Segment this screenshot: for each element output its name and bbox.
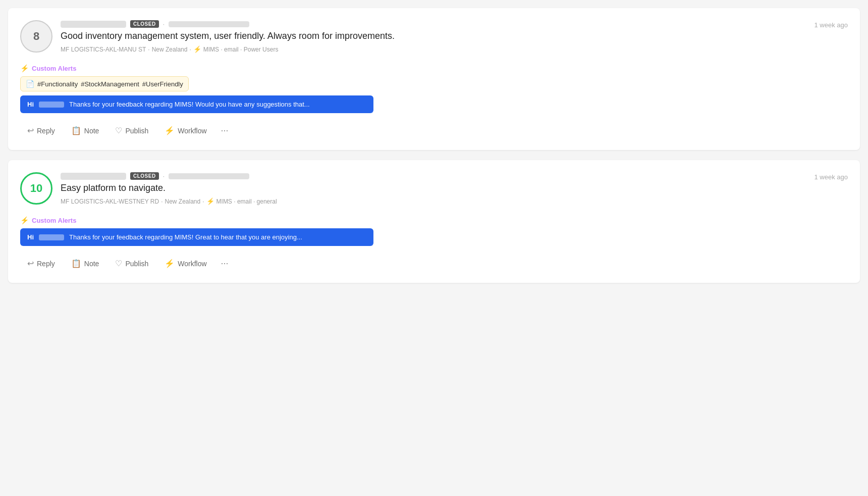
- publish-icon-2: ♡: [115, 259, 122, 268]
- note-button-1[interactable]: 📋 Note: [64, 122, 106, 139]
- custom-alerts-text-1: Custom Alerts: [32, 65, 76, 72]
- alert-icon-1: ⚡: [20, 64, 29, 72]
- feedback-card-2: 10 CLOSED · Easy platform to navigate. M…: [8, 160, 860, 283]
- preview-text-2: Thanks for your feedback regarding MIMS!…: [69, 233, 302, 241]
- more-button-1[interactable]: ···: [216, 121, 234, 140]
- workflow-icon-1: ⚡: [165, 126, 175, 135]
- meta-row-2: CLOSED ·: [61, 172, 277, 180]
- tag-3: #UserFriendly: [142, 80, 183, 88]
- timestamp-2: 1 week ago: [815, 172, 848, 181]
- separator-1: ·: [148, 46, 149, 53]
- org-name-1: MF LOGISTICS-AKL-MANU ST: [61, 46, 146, 53]
- custom-alerts-2: ⚡ Custom Alerts: [20, 216, 848, 224]
- status-badge-2: CLOSED: [130, 172, 159, 180]
- meta-row-1: CLOSED ·: [61, 20, 395, 28]
- card-title-2: Easy platform to navigate.: [61, 182, 277, 194]
- publish-button-1[interactable]: ♡ Publish: [108, 122, 155, 139]
- lightning-icon-1: ⚡: [193, 45, 201, 53]
- feedback-list: 8 CLOSED · Good inventory management sys…: [8, 8, 860, 283]
- workflow-label-1: Workflow: [178, 127, 206, 135]
- hi-text-2: Hi: [27, 233, 34, 241]
- author-name-1: [61, 21, 126, 28]
- author-name-2: [61, 173, 126, 180]
- tags-row-1: 📄 #Functionality #StockManagement #UserF…: [20, 76, 189, 91]
- feedback-card-1: 8 CLOSED · Good inventory management sys…: [8, 8, 860, 150]
- card-header-left-1: 8 CLOSED · Good inventory management sys…: [20, 20, 395, 60]
- status-badge-1: CLOSED: [130, 20, 159, 28]
- source-2: MIMS · email · general: [216, 198, 277, 205]
- separator-3: ·: [161, 198, 162, 205]
- separator-2: ·: [189, 46, 191, 53]
- card-header-2: 10 CLOSED · Easy platform to navigate. M…: [20, 172, 848, 212]
- reply-button-2[interactable]: ↩ Reply: [20, 255, 62, 272]
- card-header-left-2: 10 CLOSED · Easy platform to navigate. M…: [20, 172, 277, 212]
- message-preview-2: Hi Thanks for your feedback regarding MI…: [20, 228, 373, 246]
- card-meta-1: CLOSED · Good inventory management syste…: [61, 20, 395, 60]
- avatar-1: 8: [20, 20, 52, 53]
- custom-alerts-1: ⚡ Custom Alerts: [20, 64, 848, 72]
- publish-icon-1: ♡: [115, 126, 122, 135]
- card-subtitle-2: MF LOGISTICS-AKL-WESTNEY RD · New Zealan…: [61, 197, 277, 205]
- reply-button-1[interactable]: ↩ Reply: [20, 122, 62, 139]
- name-blur-2: [39, 234, 64, 240]
- workflow-icon-2: ⚡: [165, 259, 175, 268]
- custom-alerts-text-2: Custom Alerts: [32, 217, 76, 224]
- workflow-label-2: Workflow: [178, 260, 206, 268]
- tag-icon-1: 📄: [26, 80, 34, 88]
- tag-1: #Functionality: [37, 80, 78, 88]
- name-blur-1: [39, 102, 64, 108]
- workflow-button-2[interactable]: ⚡ Workflow: [157, 255, 213, 272]
- message-preview-1: Hi Thanks for your feedback regarding MI…: [20, 95, 373, 113]
- dot-1: ·: [163, 21, 165, 28]
- reply-label-2: Reply: [37, 260, 55, 268]
- reply-icon-1: ↩: [27, 126, 34, 135]
- more-icon-1: ···: [221, 125, 229, 136]
- publish-label-2: Publish: [125, 260, 148, 268]
- note-label-1: Note: [84, 127, 99, 135]
- action-bar-2: ↩ Reply 📋 Note ♡ Publish ⚡ Workflow ···: [20, 254, 848, 273]
- note-label-2: Note: [84, 260, 99, 268]
- note-icon-1: 📋: [71, 126, 81, 135]
- publish-label-1: Publish: [125, 127, 148, 135]
- timestamp-1: 1 week ago: [815, 20, 848, 29]
- org-name-2: MF LOGISTICS-AKL-WESTNEY RD: [61, 198, 159, 205]
- card-title-1: Good inventory management system, user f…: [61, 30, 395, 42]
- preview-text-1: Thanks for your feedback regarding MIMS!…: [69, 101, 310, 108]
- alert-icon-2: ⚡: [20, 216, 29, 224]
- card-header-1: 8 CLOSED · Good inventory management sys…: [20, 20, 848, 60]
- card-meta-2: CLOSED · Easy platform to navigate. MF L…: [61, 172, 277, 212]
- workflow-button-1[interactable]: ⚡ Workflow: [157, 122, 213, 139]
- avatar-2: 10: [20, 172, 52, 205]
- hi-text-1: Hi: [27, 101, 34, 108]
- action-bar-1: ↩ Reply 📋 Note ♡ Publish ⚡ Workflow ···: [20, 121, 848, 140]
- tag-2: #StockManagement: [81, 80, 139, 88]
- lightning-icon-2: ⚡: [206, 197, 214, 205]
- more-button-2[interactable]: ···: [216, 254, 234, 273]
- country-1: New Zealand: [152, 46, 188, 53]
- separator-4: ·: [202, 198, 204, 205]
- source-1: MIMS · email · Power Users: [203, 46, 279, 53]
- email-1: [169, 21, 249, 27]
- dot-2: ·: [163, 173, 165, 180]
- reply-icon-2: ↩: [27, 259, 34, 268]
- more-icon-2: ···: [221, 258, 229, 269]
- reply-label-1: Reply: [37, 127, 55, 135]
- note-icon-2: 📋: [71, 259, 81, 268]
- card-subtitle-1: MF LOGISTICS-AKL-MANU ST · New Zealand ·…: [61, 45, 395, 53]
- country-2: New Zealand: [165, 198, 200, 205]
- publish-button-2[interactable]: ♡ Publish: [108, 255, 155, 272]
- note-button-2[interactable]: 📋 Note: [64, 255, 106, 272]
- email-2: [169, 173, 249, 179]
